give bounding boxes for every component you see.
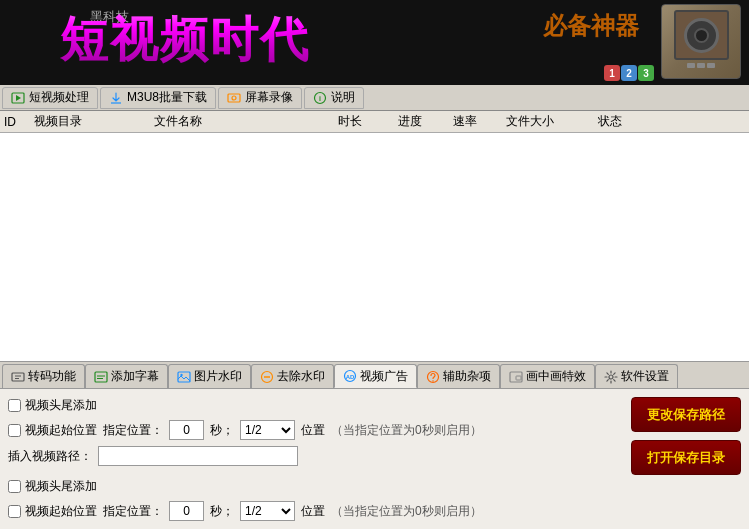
seconds-label-1: 秒； [210, 422, 234, 439]
position-label-1: 指定位置： [103, 422, 163, 439]
section2-row2: 视频起始位置 指定位置： 秒； 1/2 1/3 1/4 2/3 3/4 位置 （… [8, 501, 741, 521]
head-tail-add-group: 视频头尾添加 [8, 397, 97, 414]
col-status-header: 状态 [570, 113, 650, 130]
version-badges: 1 2 3 [604, 65, 654, 81]
svg-point-20 [432, 380, 434, 382]
badge-2: 2 [621, 65, 637, 81]
tab-watermark-img-label: 图片水印 [194, 368, 242, 385]
change-save-path-button[interactable]: 更改保存路径 [631, 397, 741, 432]
hint-label-1: （当指定位置为0秒则启用） [331, 422, 482, 439]
position-seconds-input-2[interactable] [169, 501, 204, 521]
tab-encode-label: 转码功能 [28, 368, 76, 385]
badge-3: 3 [638, 65, 654, 81]
fraction-label-1: 位置 [301, 422, 325, 439]
fraction-select-1[interactable]: 1/2 1/3 1/4 2/3 3/4 [240, 420, 295, 440]
ad-icon: AD [343, 369, 357, 383]
image-icon [177, 370, 191, 384]
head-tail-add-label: 视频头尾添加 [25, 397, 97, 414]
col-duration-header: 时长 [320, 113, 380, 130]
svg-point-23 [609, 375, 613, 379]
col-dir-header: 视频目录 [30, 113, 150, 130]
head-tail-add-checkbox[interactable] [8, 399, 21, 412]
tab-assist[interactable]: 辅助杂项 [417, 364, 500, 388]
table-area [0, 133, 749, 361]
tab-remove-watermark-label: 去除水印 [277, 368, 325, 385]
tab-m3u8[interactable]: M3U8批量下载 [100, 87, 216, 109]
tab-settings[interactable]: 软件设置 [595, 364, 678, 388]
svg-rect-22 [516, 376, 521, 380]
tab-draw-effect-label: 画中画特效 [526, 368, 586, 385]
tab-screen-record[interactable]: 屏幕录像 [218, 87, 302, 109]
tab-m3u8-label: M3U8批量下载 [127, 89, 207, 106]
top-tabbar: 短视频处理 M3U8批量下载 屏幕录像 i 说明 [0, 85, 749, 111]
info-icon: i [313, 91, 327, 105]
start-pos-label-2: 视频起始位置 [25, 503, 97, 520]
path-label: 插入视频路径： [8, 448, 92, 465]
col-name-header: 文件名称 [150, 113, 320, 130]
tab-screen-record-label: 屏幕录像 [245, 89, 293, 106]
svg-text:i: i [319, 95, 321, 102]
tab-short-video-label: 短视频处理 [29, 89, 89, 106]
tail-add-label: 视频头尾添加 [25, 478, 97, 495]
start-pos-checkbox[interactable] [8, 424, 21, 437]
download-icon [109, 91, 123, 105]
svg-rect-3 [228, 94, 240, 102]
tab-subtitle[interactable]: 添加字幕 [85, 364, 168, 388]
camera-icon [227, 91, 241, 105]
right-buttons: 更改保存路径 打开保存目录 [631, 397, 741, 475]
svg-text:AD: AD [346, 374, 355, 380]
col-speed-header: 速率 [440, 113, 490, 130]
remove-icon [260, 370, 274, 384]
tab-assist-label: 辅助杂项 [443, 368, 491, 385]
tab-encode[interactable]: 转码功能 [2, 364, 85, 388]
fraction-label-2: 位置 [301, 503, 325, 520]
tab-draw-effect[interactable]: 画中画特效 [500, 364, 595, 388]
svg-point-4 [232, 96, 236, 100]
tail-add-group: 视频头尾添加 [8, 478, 97, 495]
col-progress-header: 进度 [380, 113, 440, 130]
seconds-label-2: 秒； [210, 503, 234, 520]
subtitle-icon [94, 370, 108, 384]
tab-help-label: 说明 [331, 89, 355, 106]
tab-short-video[interactable]: 短视频处理 [2, 87, 98, 109]
bottom-tabbar: 转码功能 添加字幕 图片水印 去除水印 AD 视频广告 [0, 361, 749, 389]
section2-row1: 视频头尾添加 [8, 478, 741, 495]
hint-label-2: （当指定位置为0秒则启用） [331, 503, 482, 520]
col-size-header: 文件大小 [490, 113, 570, 130]
svg-rect-7 [12, 373, 24, 381]
tab-video-ad-label: 视频广告 [360, 368, 408, 385]
start-pos-group: 视频起始位置 [8, 422, 97, 439]
main-title: 短视频时代 [60, 8, 310, 72]
tab-watermark-img[interactable]: 图片水印 [168, 364, 251, 388]
svg-marker-1 [16, 95, 21, 101]
start-pos-checkbox-2[interactable] [8, 505, 21, 518]
subtitle: 必备神器 [543, 10, 639, 42]
tail-add-checkbox[interactable] [8, 480, 21, 493]
header: 黑科技 短视频时代 必备神器 1 2 3 [0, 0, 749, 85]
tab-help[interactable]: i 说明 [304, 87, 364, 109]
fraction-select-2[interactable]: 1/2 1/3 1/4 2/3 3/4 [240, 501, 295, 521]
settings-icon [604, 370, 618, 384]
start-pos-group-2: 视频起始位置 [8, 503, 97, 520]
tab-subtitle-label: 添加字幕 [111, 368, 159, 385]
col-id-header: ID [0, 115, 30, 129]
content-panel: 视频头尾添加 视频起始位置 指定位置： 0 秒； 1/2 1/3 1/4 2/3… [0, 389, 749, 529]
encode-icon [11, 370, 25, 384]
table-header: ID 视频目录 文件名称 时长 进度 速率 文件大小 状态 [0, 111, 749, 133]
start-pos-label: 视频起始位置 [25, 422, 97, 439]
position-seconds-input-1[interactable]: 0 [169, 420, 204, 440]
svg-rect-10 [95, 372, 107, 382]
assist-icon [426, 370, 440, 384]
open-save-dir-button[interactable]: 打开保存目录 [631, 440, 741, 475]
film-icon [11, 91, 25, 105]
video-path-input[interactable] [98, 446, 298, 466]
tab-video-ad[interactable]: AD 视频广告 [334, 364, 417, 388]
pip-icon [509, 370, 523, 384]
position-label-2: 指定位置： [103, 503, 163, 520]
header-decoration [661, 4, 741, 79]
tab-settings-label: 软件设置 [621, 368, 669, 385]
tab-remove-watermark[interactable]: 去除水印 [251, 364, 334, 388]
badge-1: 1 [604, 65, 620, 81]
